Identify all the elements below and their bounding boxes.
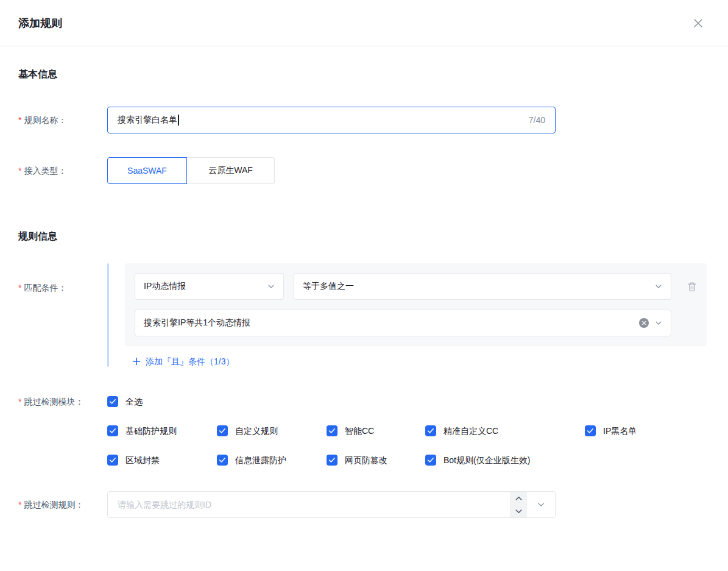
checkbox-smart-cc[interactable]: 智能CC <box>327 424 425 438</box>
required-mark: * <box>18 500 21 509</box>
checkbox-checked-icon <box>107 455 118 466</box>
rule-name-row: *规则名称： 搜索引擎白名单 7/40 <box>18 107 707 133</box>
match-value-select[interactable]: 搜索引擎IP等共1个动态情报 ✕ <box>135 310 671 336</box>
dialog-body: 基本信息 *规则名称： 搜索引擎白名单 7/40 *接入类型： SaaSWAF … <box>0 68 728 518</box>
checkbox-checked-icon <box>425 455 436 466</box>
text-cursor <box>178 115 179 126</box>
access-type-option-saaswaf[interactable]: SaaSWAF <box>107 157 187 184</box>
dialog-header: 添加规则 <box>0 0 728 46</box>
checkbox-region-block[interactable]: 区域封禁 <box>107 453 217 467</box>
skip-rules-input-wrap <box>107 491 556 518</box>
checkbox-checked-icon <box>107 396 118 407</box>
skip-modules-row: *跳过检测模块： 全选 基础防护规则 自定义规则 <box>18 395 707 467</box>
checkbox-checked-icon <box>217 425 228 436</box>
required-mark: * <box>18 115 21 125</box>
number-stepper <box>510 492 527 517</box>
clear-icon[interactable]: ✕ <box>639 318 649 328</box>
condition-body: IP动态情报 等于多值之一 <box>125 263 707 367</box>
checkbox-basic-protection[interactable]: 基础防护规则 <box>107 424 217 438</box>
checkbox-custom-rules[interactable]: 自定义规则 <box>217 424 327 438</box>
checkbox-checked-icon <box>327 425 337 436</box>
checkbox-checked-icon <box>217 455 228 466</box>
plus-icon <box>132 357 141 366</box>
required-mark: * <box>18 397 21 406</box>
checkbox-bot-rules[interactable]: Bot规则(仅企业版生效) <box>425 453 530 467</box>
checkbox-info-leak-protection[interactable]: 信息泄露防护 <box>217 453 327 467</box>
match-condition-group: IP动态情报 等于多值之一 <box>107 263 707 367</box>
rule-name-label: *规则名称： <box>18 113 107 127</box>
section-heading-rule: 规则信息 <box>18 230 707 243</box>
checkbox-checked-icon <box>327 455 337 466</box>
checkbox-checked-icon <box>425 425 436 436</box>
skip-rules-label: *跳过检测规则： <box>18 498 107 511</box>
access-type-label: *接入类型： <box>18 164 107 177</box>
checkbox-anti-tampering[interactable]: 网页防篡改 <box>327 453 425 467</box>
modules-row-2: 区域封禁 信息泄露防护 网页防篡改 Bot规则(仅企业版生效) <box>107 453 707 467</box>
access-type-option-cloudnative[interactable]: 云原生WAF <box>187 157 275 184</box>
checkbox-ip-blacklist[interactable]: IP黑名单 <box>585 424 637 438</box>
required-mark: * <box>18 283 21 293</box>
skip-modules-group: 全选 基础防护规则 自定义规则 智能CC <box>107 395 707 467</box>
delete-condition-icon[interactable] <box>687 282 697 292</box>
chevron-down-icon <box>267 283 275 290</box>
rule-name-value: 搜索引擎白名单 <box>118 115 177 126</box>
match-condition-row: *匹配条件： IP动态情报 等于多值之一 <box>18 263 707 367</box>
add-rule-dialog: 添加规则 基本信息 *规则名称： 搜索引擎白名单 7/40 *接入类型： <box>0 0 728 518</box>
checkbox-checked-icon <box>107 425 118 436</box>
dialog-title: 添加规则 <box>18 16 62 30</box>
required-mark: * <box>18 166 21 176</box>
condition-row-1: IP动态情报 等于多值之一 <box>135 273 697 300</box>
skip-modules-label: *跳过检测模块： <box>18 395 107 408</box>
chevron-down-icon <box>655 283 662 290</box>
match-field-select[interactable]: IP动态情报 <box>135 273 284 300</box>
condition-guide-bar <box>107 263 109 367</box>
add-and-condition-link[interactable]: 添加『且』条件（1/3） <box>132 356 707 367</box>
checkbox-select-all[interactable]: 全选 <box>107 395 143 408</box>
access-type-row: *接入类型： SaaSWAF 云原生WAF <box>18 157 707 184</box>
char-counter: 7/40 <box>529 115 545 125</box>
skip-rules-input[interactable] <box>108 492 510 517</box>
step-up-icon[interactable] <box>510 492 527 505</box>
chevron-down-icon <box>655 319 662 327</box>
modules-row-1: 基础防护规则 自定义规则 智能CC 精准自定义CC <box>107 424 707 438</box>
select-all-row: 全选 <box>107 395 707 408</box>
rule-name-input[interactable]: 搜索引擎白名单 7/40 <box>107 107 556 133</box>
skip-rules-dropdown-toggle[interactable] <box>527 492 555 517</box>
access-type-segmented: SaaSWAF 云原生WAF <box>107 157 275 184</box>
skip-rules-row: *跳过检测规则： <box>18 491 707 518</box>
match-condition-label: *匹配条件： <box>18 281 107 294</box>
chevron-down-icon <box>537 500 545 509</box>
step-down-icon[interactable] <box>510 505 527 517</box>
close-icon[interactable] <box>691 16 705 30</box>
checkbox-checked-icon <box>585 425 596 436</box>
section-heading-basic: 基本信息 <box>18 68 707 80</box>
match-operator-select[interactable]: 等于多值之一 <box>294 273 671 300</box>
condition-panel: IP动态情报 等于多值之一 <box>125 263 707 346</box>
checkbox-precise-custom-cc[interactable]: 精准自定义CC <box>425 424 585 438</box>
